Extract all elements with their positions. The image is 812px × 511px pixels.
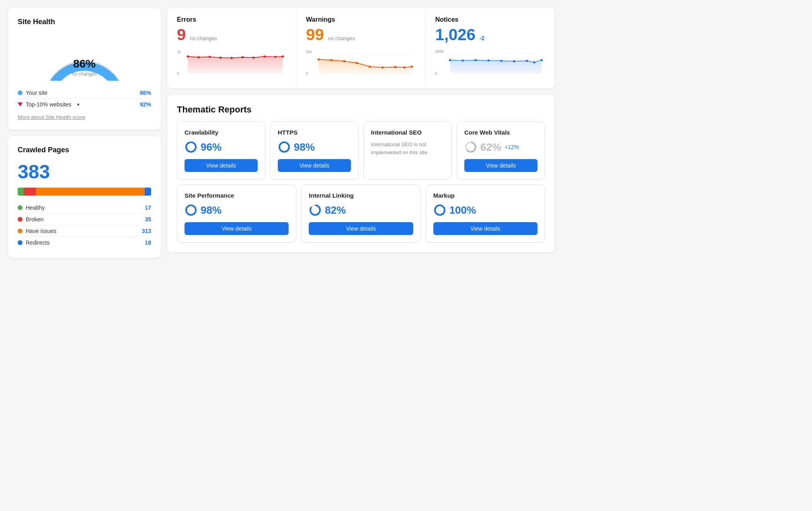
issues-label: Have issues <box>26 228 56 234</box>
legend-your-site: Your site 86% <box>18 87 151 99</box>
notices-number: 1,026 <box>435 26 476 44</box>
cwv-donut <box>464 141 477 153</box>
warnings-change: no changes <box>328 35 355 41</box>
svg-point-17 <box>318 58 320 60</box>
cwv-score-row: 62% +12% <box>464 141 537 153</box>
svg-text:10: 10 <box>177 50 181 54</box>
reports-bottom-grid: Site Performance 98% View details Intern… <box>177 184 545 243</box>
sp-score: 98% <box>201 204 221 217</box>
svg-point-29 <box>449 59 451 61</box>
issues-dot <box>18 229 23 233</box>
markup-view-btn[interactable]: View details <box>433 222 537 235</box>
crawled-pages-card: Crawled Pages 383 Healthy 17 <box>8 136 161 258</box>
legend-top-sites[interactable]: Top-10% websites ▼ 92% <box>18 99 151 110</box>
your-site-label: Your site <box>26 90 47 96</box>
https-card: HTTPS 98% View details <box>270 121 359 180</box>
your-site-dot <box>18 90 23 95</box>
healthy-value: 17 <box>145 204 151 211</box>
https-title: HTTPS <box>278 129 351 136</box>
broken-value: 35 <box>145 216 151 223</box>
gauge-subtext: no changes <box>72 71 97 77</box>
crawlability-view-btn[interactable]: View details <box>185 159 258 172</box>
core-web-vitals-card: Core Web Vitals 62% +12% View details <box>457 121 545 180</box>
il-score: 82% <box>325 204 346 217</box>
crawlability-title: Crawlability <box>185 129 258 136</box>
legend-issues: Have issues 313 <box>18 225 151 237</box>
svg-point-7 <box>219 57 221 59</box>
markup-score: 100% <box>449 204 476 217</box>
site-health-legend: Your site 86% Top-10% websites ▼ 92% <box>18 87 151 110</box>
crawlability-score-row: 96% <box>185 141 258 153</box>
svg-point-41 <box>279 142 289 152</box>
site-performance-title: Site Performance <box>185 192 289 199</box>
svg-point-36 <box>533 61 535 63</box>
svg-point-34 <box>513 60 515 62</box>
markup-donut <box>433 204 446 217</box>
svg-point-37 <box>540 59 542 61</box>
internal-linking-card: Internal Linking 82% View details <box>301 184 420 243</box>
top-sites-icon <box>18 102 23 106</box>
notices-value-row: 1,026 -2 <box>435 26 545 44</box>
sp-view-btn[interactable]: View details <box>185 222 289 235</box>
healthy-dot <box>18 205 23 210</box>
svg-point-12 <box>274 56 276 58</box>
crawled-pages-title: Crawled Pages <box>18 146 151 154</box>
core-web-vitals-title: Core Web Vitals <box>464 129 537 136</box>
dropdown-icon[interactable]: ▼ <box>76 102 80 107</box>
https-score-row: 98% <box>278 141 351 153</box>
notices-card: Notices 1,026 -2 2000 0 <box>426 8 555 88</box>
cwv-view-btn[interactable]: View details <box>464 159 537 172</box>
crawlability-card: Crawlability 96% View details <box>177 121 265 180</box>
il-view-btn[interactable]: View details <box>309 222 413 235</box>
svg-point-4 <box>187 55 189 57</box>
errors-change: no changes <box>190 35 217 41</box>
svg-point-30 <box>461 59 463 61</box>
errors-value-row: 9 no changes <box>177 26 286 44</box>
crawled-count: 383 <box>18 161 151 183</box>
gauge-percent: 86% <box>72 57 97 70</box>
international-seo-card: International SEO International SEO is n… <box>363 121 452 180</box>
pb-broken <box>24 188 36 196</box>
redirects-label: Redirects <box>26 239 49 246</box>
errors-card: Errors 9 no changes 10 0 <box>167 8 296 88</box>
issues-value: 313 <box>142 228 151 234</box>
svg-point-18 <box>330 59 332 61</box>
internal-linking-title: Internal Linking <box>309 192 413 199</box>
https-view-btn[interactable]: View details <box>278 159 351 172</box>
svg-point-45 <box>186 205 196 215</box>
gauge-container: 86% no changes <box>18 33 151 81</box>
top-sites-label: Top-10% websites <box>26 101 72 108</box>
gauge-wrapper: 86% no changes <box>40 33 129 81</box>
broken-label: Broken <box>26 216 43 223</box>
notices-chart: 2000 0 <box>435 47 545 79</box>
more-site-health-link[interactable]: More about Site Health score <box>18 114 151 120</box>
sp-donut <box>185 204 197 217</box>
warnings-value-row: 99 no changes <box>306 26 415 44</box>
crawled-legend: Healthy 17 Broken 35 Have issues <box>18 202 151 248</box>
legend-broken: Broken 35 <box>18 214 151 225</box>
svg-point-20 <box>356 62 358 64</box>
markup-title: Markup <box>433 192 537 199</box>
site-health-title: Site Health <box>18 18 151 26</box>
svg-text:0: 0 <box>177 72 179 76</box>
il-score-row: 82% <box>309 204 413 217</box>
legend-healthy: Healthy 17 <box>18 202 151 214</box>
svg-point-21 <box>369 65 371 67</box>
svg-point-22 <box>381 66 383 68</box>
svg-text:200: 200 <box>306 50 312 54</box>
svg-point-9 <box>242 56 244 58</box>
crawlability-donut <box>185 141 197 153</box>
top-sites-value: 92% <box>140 101 151 108</box>
svg-point-25 <box>411 65 413 67</box>
svg-point-24 <box>404 66 406 68</box>
pb-issues <box>36 188 145 196</box>
svg-point-32 <box>487 59 489 61</box>
site-performance-card: Site Performance 98% View details <box>177 184 296 243</box>
svg-point-5 <box>198 56 200 58</box>
legend-redirects: Redirects 18 <box>18 237 151 248</box>
warnings-card: Warnings 99 no changes 200 0 <box>296 8 425 88</box>
international-seo-title: International SEO <box>371 129 444 136</box>
crawled-progress-bar <box>18 188 151 196</box>
svg-point-33 <box>500 60 502 62</box>
metrics-row: Errors 9 no changes 10 0 <box>167 8 555 88</box>
